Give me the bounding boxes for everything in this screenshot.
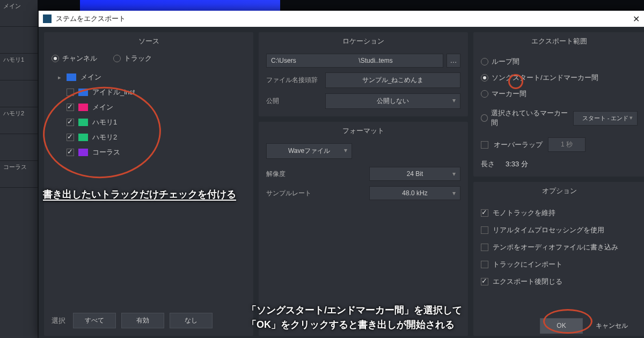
track-color-swatch (78, 149, 88, 156)
track-label: ハモリ1 (92, 117, 117, 127)
opt-import-checkbox[interactable] (481, 261, 488, 268)
radio-dot-icon (481, 58, 488, 65)
opt-close-checkbox[interactable] (481, 278, 488, 285)
length-label: 長さ (481, 159, 495, 169)
opt-import-label: トラックにインポート (493, 260, 562, 269)
options-panel: オプション モノトラックを維持 リアルタイムプロセッシングを使用 テンポをオーデ… (473, 182, 644, 336)
track-checkbox[interactable] (67, 89, 74, 96)
track-label: メイン (80, 72, 101, 82)
options-panel-title: オプション (473, 182, 644, 201)
opt-realtime-checkbox[interactable] (481, 226, 488, 234)
opt-mono-checkbox[interactable] (481, 209, 488, 217)
close-icon[interactable]: ✕ (618, 14, 640, 24)
dialog-title: ステムをエクスポート (56, 14, 618, 24)
range-radio-loop[interactable]: ループ間 (481, 54, 638, 70)
export-stems-dialog: ステムをエクスポート ✕ ソース チャンネル トラック (39, 11, 644, 338)
dialog-titlebar[interactable]: ステムをエクスポート ✕ (39, 11, 644, 27)
track-row[interactable]: メイン (52, 100, 246, 115)
browse-button[interactable]: … (447, 54, 460, 68)
location-panel-title: ロケーション (259, 32, 468, 52)
resolution-label: 解像度 (266, 170, 325, 179)
select-label: 選択 (52, 316, 65, 326)
track-row[interactable]: ▸ メイン (52, 70, 246, 85)
select-none-button[interactable]: なし (170, 313, 213, 328)
select-all-button[interactable]: すべて (73, 313, 116, 328)
filetype-dropdown[interactable]: Waveファイル (266, 143, 352, 159)
filename-prefix-label: ファイル名接頭辞 (266, 76, 320, 85)
publish-dropdown[interactable]: 公開しない (325, 93, 460, 109)
opt-tempo-checkbox[interactable] (481, 244, 488, 251)
track-color-swatch (78, 134, 88, 141)
track-checkbox[interactable] (67, 119, 74, 126)
filename-prefix-input[interactable]: サンプル_ねこめんま (325, 72, 460, 88)
expand-arrow-icon[interactable]: ▸ (58, 74, 61, 81)
ok-button[interactable]: OK (540, 318, 583, 334)
opt-mono-label: モノトラックを維持 (493, 208, 555, 218)
location-panel: ロケーション C:\Users \Studi..tems … ファイル名接頭辞 … (259, 32, 468, 116)
format-panel-title: フォーマット (259, 122, 468, 141)
publish-label: 公開 (266, 97, 320, 106)
cancel-button[interactable]: キャンセル (590, 318, 633, 334)
track-label: メイン (92, 102, 113, 112)
track-color-swatch (78, 104, 88, 111)
overlap-label: オーバーラップ (494, 140, 543, 150)
track-row[interactable]: ハモリ2 (52, 130, 246, 145)
track-color-swatch (78, 89, 88, 96)
samplerate-dropdown[interactable]: 48.0 kHz (369, 186, 460, 200)
radio-dot-icon (481, 90, 488, 98)
length-value: 3:33 分 (506, 159, 528, 169)
opt-realtime-label: リアルタイムプロセッシングを使用 (493, 225, 604, 235)
opt-tempo-label: テンポをオーディオファイルに書き込み (493, 243, 618, 252)
track-checkbox[interactable] (67, 134, 74, 141)
background-waveform (38, 0, 644, 11)
annotation-text-ok: 「ソングスタート/エンドマーカー間」を選択して 「OK」をクリックすると書き出し… (247, 303, 462, 332)
track-row[interactable]: コーラス (52, 145, 246, 160)
dialog-footer: OK キャンセル (540, 318, 633, 334)
overlap-value-input[interactable]: 1 秒 (548, 137, 586, 152)
track-row[interactable]: ハモリ1 (52, 115, 246, 130)
radio-channel[interactable]: チャンネル (52, 54, 97, 63)
range-radio-song-markers[interactable]: ソングスタート/エンドマーカー間 (481, 70, 638, 86)
select-enabled-button[interactable]: 有効 (121, 313, 164, 328)
track-label: ハモリ2 (92, 133, 117, 142)
radio-dot-icon (52, 55, 59, 62)
app-icon (43, 14, 52, 23)
track-checkbox[interactable] (67, 104, 74, 111)
export-range-title: エクスポート範囲 (473, 32, 644, 52)
track-color-swatch (78, 119, 88, 126)
range-radio-selected-markers[interactable]: 選択されているマーカー間 (481, 105, 568, 131)
track-row[interactable]: アイドル_inst (52, 85, 246, 100)
radio-dot-icon (481, 114, 488, 122)
source-panel: ソース チャンネル トラック ▸ メイン (44, 32, 253, 336)
export-range-panel: エクスポート範囲 ループ間 ソングスタート/エンドマーカー間 マーカー間 (473, 32, 644, 177)
track-label: コーラス (92, 148, 120, 157)
source-panel-title: ソース (44, 32, 253, 52)
track-list: ▸ メイン アイドル_inst メイン (52, 70, 246, 160)
range-radio-markers[interactable]: マーカー間 (481, 86, 638, 102)
annotation-text-checkboxes: 書き出したいトラックだけチェックを付ける (43, 188, 236, 201)
overlap-checkbox[interactable] (481, 141, 488, 149)
track-checkbox[interactable] (67, 149, 74, 156)
redacted-path-segment (298, 58, 357, 64)
track-color-swatch (67, 74, 76, 81)
track-label: アイドル_inst (92, 87, 135, 97)
radio-track[interactable]: トラック (113, 54, 152, 63)
selected-marker-dropdown[interactable]: スタート - エンド (573, 111, 638, 126)
export-path-field[interactable]: C:\Users \Studi..tems (266, 54, 443, 68)
samplerate-label: サンプルレート (266, 189, 325, 198)
resolution-dropdown[interactable]: 24 Bit (369, 167, 460, 181)
background-track-panel: メイン ハモリ1 ハモリ2 コーラス (0, 0, 38, 338)
opt-close-label: エクスポート後閉じる (493, 277, 562, 286)
radio-dot-icon (113, 55, 121, 62)
radio-dot-icon (481, 74, 488, 82)
